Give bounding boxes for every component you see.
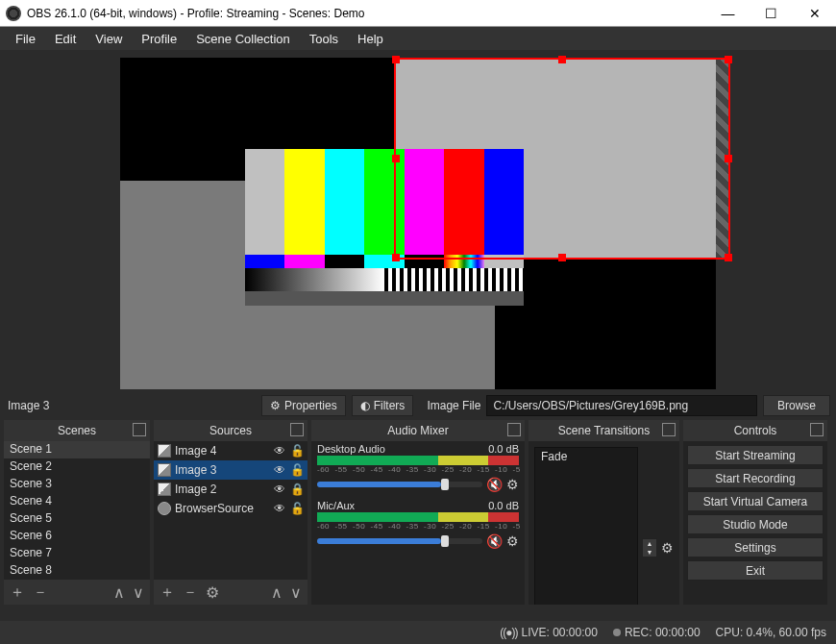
properties-button[interactable]: ⚙ Properties [261, 395, 346, 416]
move-source-down-button[interactable]: ∨ [290, 583, 302, 602]
move-source-up-button[interactable]: ∧ [271, 583, 283, 602]
exit-button[interactable]: Exit [687, 560, 824, 581]
cpu-status: CPU: 0.4%, 60.00 fps [716, 626, 826, 639]
obs-logo-icon [6, 6, 21, 21]
scene-item[interactable]: Scene 3 [4, 476, 150, 493]
lock-toggle[interactable]: 🔓 [290, 502, 304, 515]
audio-channel: Mic/Aux0.0 dB-60 -55 -50 -45 -40 -35 -30… [311, 498, 525, 555]
channel-name: Desktop Audio [317, 443, 385, 455]
image-icon [158, 483, 171, 496]
source-item[interactable]: BrowserSource👁🔓 [154, 499, 307, 518]
start-streaming-button[interactable]: Start Streaming [687, 445, 824, 465]
image-file-label: Image File [427, 399, 480, 412]
close-button[interactable]: ✕ [793, 0, 836, 27]
channel-settings-button[interactable]: ⚙ [506, 477, 519, 492]
source-image4[interactable] [245, 149, 524, 306]
source-item[interactable]: Image 4👁🔓 [154, 441, 307, 460]
browse-button[interactable]: Browse [763, 395, 830, 416]
menu-scene-collection[interactable]: Scene Collection [186, 30, 300, 48]
popout-icon[interactable] [662, 423, 676, 436]
source-property-bar: Image 3 ⚙ Properties ◐ Filters Image Fil… [0, 391, 836, 420]
menu-file[interactable]: File [6, 30, 45, 48]
rec-status: REC: 00:00:00 [613, 626, 701, 639]
popout-icon[interactable] [810, 423, 824, 436]
popout-icon[interactable] [133, 423, 146, 436]
move-scene-up-button[interactable]: ∧ [113, 583, 125, 602]
scenes-dock: Scenes Scene 1Scene 2Scene 3Scene 4Scene… [4, 420, 150, 605]
menu-view[interactable]: View [86, 30, 132, 48]
out-of-bounds-stripes [716, 58, 730, 260]
meter-ticks: -60 -55 -50 -45 -40 -35 -30 -25 -20 -15 … [317, 465, 519, 474]
visibility-toggle[interactable]: 👁 [273, 463, 286, 477]
vu-meter [317, 456, 519, 465]
move-scene-down-button[interactable]: ∨ [133, 583, 144, 602]
sources-list[interactable]: Image 4👁🔓Image 3👁🔓Image 2👁🔒BrowserSource… [154, 441, 307, 580]
maximize-button[interactable]: ☐ [750, 0, 793, 27]
source-item[interactable]: Image 3👁🔓 [154, 460, 307, 480]
visibility-toggle[interactable]: 👁 [273, 502, 286, 515]
transitions-body: Fade ▲▼ ⚙ Duration 300 ms ▲▼ [529, 441, 679, 605]
transition-spin[interactable]: ▲▼ [642, 538, 657, 557]
scene-item[interactable]: Scene 1 [4, 441, 150, 458]
globe-icon [158, 502, 171, 515]
scene-item[interactable]: Scene 4 [4, 493, 150, 510]
mute-button[interactable]: 🔇 [486, 477, 503, 492]
audio-channel: Desktop Audio0.0 dB-60 -55 -50 -45 -40 -… [311, 441, 525, 498]
popout-icon[interactable] [290, 423, 304, 436]
channel-name: Mic/Aux [317, 500, 355, 511]
transitions-header: Scene Transitions [529, 420, 679, 441]
menu-bar: File Edit View Profile Scene Collection … [0, 27, 836, 50]
controls-dock: Controls Start StreamingStart RecordingS… [683, 420, 827, 605]
menu-tools[interactable]: Tools [300, 30, 348, 48]
visibility-toggle[interactable]: 👁 [273, 483, 286, 496]
start-recording-button[interactable]: Start Recording [687, 468, 824, 488]
scene-item[interactable]: Scene 2 [4, 458, 150, 476]
preview-canvas[interactable] [120, 58, 716, 389]
source-properties-button[interactable]: ⚙ [206, 583, 219, 602]
broadcast-icon [500, 626, 521, 639]
minimize-button[interactable]: — [706, 0, 750, 27]
lock-toggle[interactable]: 🔓 [290, 463, 304, 477]
scene-item[interactable]: Scene 7 [4, 545, 150, 562]
scene-item[interactable]: Scene 6 [4, 528, 150, 545]
start-virtual-camera-button[interactable]: Start Virtual Camera [687, 491, 824, 511]
image-file-path[interactable]: C:/Users/OBS/Pictures/Grey169B.png [486, 395, 757, 416]
menu-edit[interactable]: Edit [45, 30, 86, 48]
lock-toggle[interactable]: 🔒 [290, 483, 304, 496]
mixer-header: Audio Mixer [311, 420, 525, 441]
record-dot-icon [613, 629, 621, 636]
menu-help[interactable]: Help [348, 30, 393, 48]
volume-slider[interactable] [317, 482, 482, 487]
source-label: Image 4 [175, 444, 269, 458]
source-item[interactable]: Image 2👁🔒 [154, 480, 307, 499]
visibility-toggle[interactable]: 👁 [273, 444, 286, 458]
scenes-list[interactable]: Scene 1Scene 2Scene 3Scene 4Scene 5Scene… [4, 441, 150, 580]
scene-item[interactable]: Scene 8 [4, 562, 150, 580]
studio-mode-button[interactable]: Studio Mode [687, 514, 824, 534]
popout-icon[interactable] [507, 423, 521, 436]
transition-select[interactable]: Fade [534, 447, 638, 605]
gear-icon: ⚙ [270, 399, 281, 412]
image-icon [158, 444, 171, 458]
status-bar: LIVE: 00:00:00 REC: 00:00:00 CPU: 0.4%, … [0, 621, 836, 644]
source-label: Image 2 [175, 483, 269, 496]
transitions-dock: Scene Transitions Fade ▲▼ ⚙ Duration 300… [529, 420, 679, 605]
remove-scene-button[interactable]: － [33, 582, 48, 603]
scene-item[interactable]: Scene 5 [4, 510, 150, 528]
controls-body: Start StreamingStart RecordingStart Virt… [683, 441, 827, 605]
meter-ticks: -60 -55 -50 -45 -40 -35 -30 -25 -20 -15 … [317, 522, 519, 531]
settings-button[interactable]: Settings [687, 537, 824, 557]
remove-source-button[interactable]: － [183, 582, 198, 603]
preview-area[interactable] [0, 50, 836, 391]
menu-profile[interactable]: Profile [132, 30, 186, 48]
transition-settings-button[interactable]: ⚙ [661, 540, 674, 556]
add-scene-button[interactable]: ＋ [10, 582, 25, 603]
mute-button[interactable]: 🔇 [486, 533, 503, 549]
add-source-button[interactable]: ＋ [160, 582, 175, 603]
filters-button[interactable]: ◐ Filters [352, 395, 414, 416]
sources-toolbar: ＋ － ⚙ ∧ ∨ [154, 580, 307, 605]
docks-row: Scenes Scene 1Scene 2Scene 3Scene 4Scene… [0, 420, 836, 605]
channel-settings-button[interactable]: ⚙ [506, 533, 519, 549]
volume-slider[interactable] [317, 538, 482, 544]
lock-toggle[interactable]: 🔓 [290, 444, 304, 458]
